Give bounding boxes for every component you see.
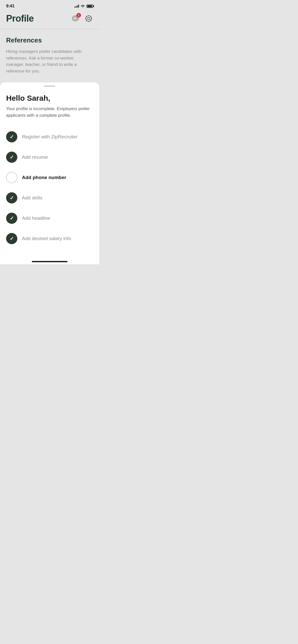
list-item[interactable]: ✓ Register with ZipRecruiter xyxy=(6,127,93,147)
status-bar: 9:41 xyxy=(0,0,99,11)
checklist-label-register: Register with ZipRecruiter xyxy=(22,134,78,140)
check-circle-skills: ✓ xyxy=(6,192,17,203)
checklist-label-skills: Add skills xyxy=(22,195,42,201)
notification-badge: 1 xyxy=(76,13,81,18)
profile-incomplete-text: Your profile is incomplete. Employers pr… xyxy=(6,106,93,119)
status-time: 9:41 xyxy=(6,4,15,9)
checkmark-icon: ✓ xyxy=(10,216,14,221)
battery-icon xyxy=(87,5,93,8)
checklist-label-headline: Add headline xyxy=(22,215,50,221)
page-title: Profile xyxy=(6,13,34,24)
list-item[interactable]: ✓ Add headline xyxy=(6,208,93,228)
status-icons xyxy=(74,4,93,8)
greeting-heading: Hello Sarah, xyxy=(6,94,93,103)
check-circle-headline: ✓ xyxy=(6,213,17,224)
header-actions: 1 xyxy=(71,14,93,23)
home-bar xyxy=(32,261,67,262)
svg-rect-2 xyxy=(74,19,77,19)
settings-button[interactable] xyxy=(84,14,93,23)
bottom-sheet: Hello Sarah, Your profile is incomplete.… xyxy=(0,82,99,259)
header: Profile 1 xyxy=(0,11,99,29)
checklist-label-resume: Add resume xyxy=(22,154,48,160)
list-item[interactable]: Add phone number xyxy=(6,167,93,188)
checkmark-icon: ✓ xyxy=(10,195,14,200)
notification-icon-wrap: 1 xyxy=(71,14,80,23)
check-circle-register: ✓ xyxy=(6,131,17,142)
checklist-label-phone: Add phone number xyxy=(22,175,66,180)
check-circle-salary: ✓ xyxy=(6,233,17,244)
list-item[interactable]: ✓ Add skills xyxy=(6,188,93,208)
gear-icon xyxy=(85,14,93,23)
wifi-icon xyxy=(80,4,85,8)
list-item[interactable]: ✓ Add desired salary info xyxy=(6,228,93,249)
home-indicator xyxy=(0,259,99,264)
notifications-button[interactable]: 1 xyxy=(71,14,80,23)
signal-icon xyxy=(74,5,79,8)
references-title: References xyxy=(6,36,93,44)
references-section: References Hiring managers prefer candid… xyxy=(0,29,99,82)
checklist-label-salary: Add desired salary info xyxy=(22,236,71,241)
check-circle-resume: ✓ xyxy=(6,152,17,163)
checkmark-icon: ✓ xyxy=(10,134,14,139)
checkmark-icon: ✓ xyxy=(10,236,14,241)
svg-rect-1 xyxy=(74,18,76,18)
checkmark-icon: ✓ xyxy=(10,155,14,160)
list-item[interactable]: ✓ Add resume xyxy=(6,147,93,167)
sheet-handle xyxy=(44,85,55,87)
references-body: Hiring managers prefer candidates with r… xyxy=(6,48,93,74)
checklist: ✓ Register with ZipRecruiter ✓ Add resum… xyxy=(6,127,93,249)
check-circle-phone xyxy=(6,172,17,183)
